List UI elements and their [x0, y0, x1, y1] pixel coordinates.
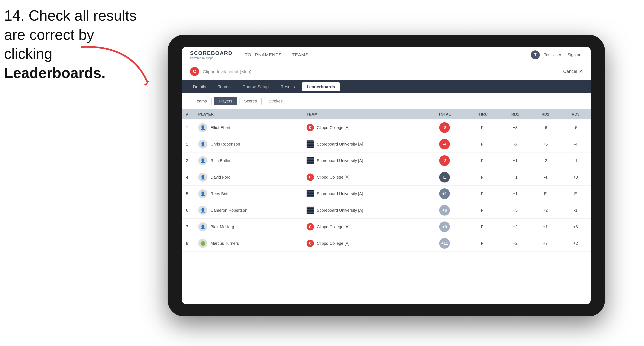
- table-row: 8 🟢 Marcus Turners C Clippd College [A] …: [182, 235, 591, 252]
- tab-course-setup[interactable]: Course Setup: [238, 82, 274, 91]
- player-avatar: 👤: [198, 140, 207, 149]
- player-name: Elliot Ebert: [210, 125, 230, 130]
- cell-thru: F: [464, 136, 500, 153]
- filter-scores[interactable]: Scores: [240, 97, 262, 105]
- team-name: Scoreboard University [A]: [317, 191, 363, 196]
- cell-rd1: +2: [500, 219, 530, 235]
- team-name: Scoreboard University [A]: [317, 159, 363, 163]
- tab-details[interactable]: Details: [188, 82, 211, 91]
- team-name: Clippd College [A]: [317, 175, 350, 180]
- cell-rd1: +2: [500, 235, 530, 252]
- filter-strokes[interactable]: Strokes: [264, 97, 287, 105]
- leaderboard-table: # PLAYER TEAM TOTAL THRU RD1 RD2 RD3 1 👤: [182, 109, 591, 252]
- logo-area: SCOREBOARD Powered by clippd: [190, 50, 232, 60]
- sign-out-link[interactable]: Sign out: [568, 52, 582, 57]
- table-row: 5 👤 Rees Britt Scoreboard University [A]…: [182, 185, 591, 202]
- cell-thru: F: [464, 169, 500, 185]
- cell-player: 👤 Rees Britt: [194, 185, 302, 202]
- cell-player: 👤 Cameron Robertson: [194, 202, 302, 219]
- cell-total: +6: [425, 202, 464, 219]
- cell-rd2: +1: [530, 219, 560, 235]
- tab-teams[interactable]: Teams: [213, 82, 236, 91]
- nav-tournaments[interactable]: TOURNAMENTS: [245, 51, 282, 59]
- svg-marker-0: [144, 81, 149, 86]
- nav-links: TOURNAMENTS TEAMS: [245, 51, 531, 59]
- player-name: Rich Butler: [210, 159, 230, 163]
- cell-rd1: +1: [500, 153, 530, 169]
- col-player: PLAYER: [194, 109, 302, 119]
- cell-team: Scoreboard University [A]: [302, 202, 425, 219]
- cell-rank: 6: [182, 202, 194, 219]
- cell-rd1: -5: [500, 136, 530, 153]
- score-badge: -8: [439, 122, 450, 133]
- cell-rd2: -6: [530, 119, 560, 136]
- cell-rd3: +6: [560, 219, 591, 235]
- cell-thru: F: [464, 119, 500, 136]
- cell-thru: F: [464, 185, 500, 202]
- filter-teams[interactable]: Teams: [190, 97, 212, 105]
- cell-rank: 4: [182, 169, 194, 185]
- cell-player: 🟢 Marcus Turners: [194, 235, 302, 252]
- player-name: David Ford: [210, 175, 230, 180]
- team-logo-sb: [306, 141, 314, 148]
- score-badge: E: [439, 172, 450, 182]
- cell-player: 👤 Blair McHarg: [194, 219, 302, 235]
- tournament-title: Clippd Invitational (Men): [203, 68, 563, 75]
- col-rank: #: [182, 109, 194, 119]
- team-logo-sb: [306, 190, 314, 197]
- cell-total: +9: [425, 219, 464, 235]
- cell-rank: 1: [182, 119, 194, 136]
- player-name: Blair McHarg: [210, 224, 234, 229]
- cell-team: Scoreboard University [A]: [302, 153, 425, 169]
- tournament-header: C Clippd Invitational (Men) Cancel ✕: [182, 63, 591, 80]
- cell-team: C Clippd College [A]: [302, 235, 425, 252]
- table-body: 1 👤 Elliot Ebert C Clippd College [A] -8…: [182, 119, 591, 252]
- team-logo-clippd: C: [306, 240, 314, 247]
- filter-bar: Teams Players Scores Strokes: [182, 93, 591, 109]
- tab-leaderboards[interactable]: Leaderboards: [302, 82, 340, 91]
- cell-thru: F: [464, 202, 500, 219]
- table-row: 6 👤 Cameron Robertson Scoreboard Univers…: [182, 202, 591, 219]
- cancel-button[interactable]: Cancel ✕: [563, 69, 582, 74]
- cell-rd1: +5: [500, 202, 530, 219]
- table-header: # PLAYER TEAM TOTAL THRU RD1 RD2 RD3: [182, 109, 591, 119]
- instruction-text: 14. Check all results are correct by cli…: [4, 6, 143, 82]
- cell-team: C Clippd College [A]: [302, 119, 425, 136]
- cell-rd3: +2: [560, 235, 591, 252]
- team-logo-clippd: C: [306, 173, 314, 181]
- player-name: Chris Robertson: [210, 142, 240, 147]
- player-name: Cameron Robertson: [210, 208, 247, 213]
- player-avatar: 👤: [198, 206, 207, 215]
- team-name: Scoreboard University [A]: [317, 142, 363, 147]
- filter-players[interactable]: Players: [214, 97, 237, 105]
- cell-rd1: +1: [500, 185, 530, 202]
- nav-teams[interactable]: TEAMS: [292, 51, 308, 59]
- player-avatar: 👤: [198, 189, 207, 198]
- tablet-screen: SCOREBOARD Powered by clippd TOURNAMENTS…: [182, 47, 591, 304]
- cell-thru: F: [464, 219, 500, 235]
- cell-rd2: -4: [530, 169, 560, 185]
- cell-rank: 3: [182, 153, 194, 169]
- cell-player: 👤 David Ford: [194, 169, 302, 185]
- cell-player: 👤 Elliot Ebert: [194, 119, 302, 136]
- tab-results[interactable]: Results: [276, 82, 300, 91]
- cell-total: +11: [425, 235, 464, 252]
- score-badge: -2: [439, 155, 450, 166]
- team-name: Clippd College [A]: [317, 224, 350, 229]
- col-thru: THRU: [464, 109, 500, 119]
- cell-player: 👤 Chris Robertson: [194, 136, 302, 153]
- player-avatar: 👤: [198, 222, 207, 231]
- team-logo-clippd: C: [306, 223, 314, 230]
- tab-bar: Details Teams Course Setup Results Leade…: [182, 80, 591, 93]
- cell-total: +1: [425, 185, 464, 202]
- user-avatar: T: [531, 50, 540, 59]
- cell-rd3: -1: [560, 153, 591, 169]
- player-name: Marcus Turners: [210, 241, 239, 246]
- cell-rd3: -4: [560, 136, 591, 153]
- cell-rd3: E: [560, 185, 591, 202]
- player-avatar: 👤: [198, 156, 207, 165]
- player-name: Rees Britt: [210, 191, 228, 196]
- col-team: TEAM: [302, 109, 425, 119]
- cell-rd2: E: [530, 185, 560, 202]
- cell-player: 👤 Rich Butler: [194, 153, 302, 169]
